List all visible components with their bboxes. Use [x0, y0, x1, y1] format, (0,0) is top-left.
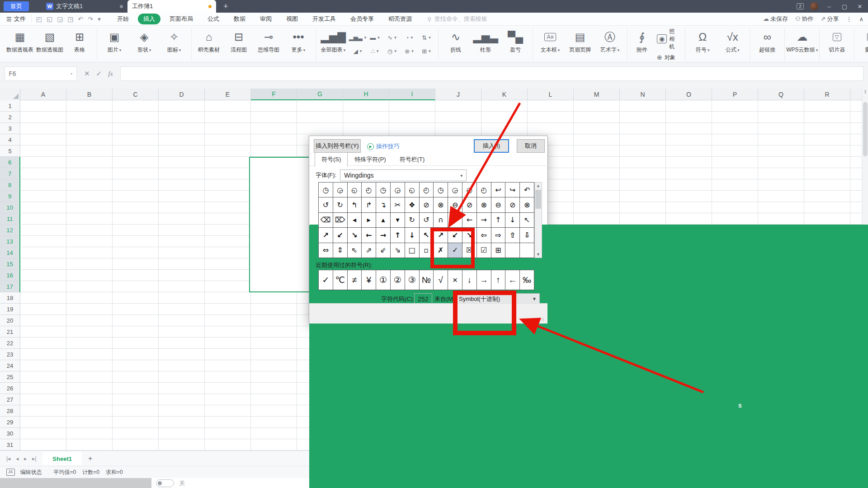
- column-header-A[interactable]: A: [20, 89, 66, 100]
- symbol-cell-r1c1[interactable]: ↻: [333, 197, 347, 212]
- document-tab-文字文稿1[interactable]: W文字文稿1: [42, 0, 127, 13]
- recent-symbol-13[interactable]: ←: [505, 270, 519, 290]
- row-header-23[interactable]: 23: [0, 349, 20, 360]
- symbol-cell-r4c9[interactable]: ✓: [448, 243, 462, 258]
- recent-symbol-7[interactable]: №: [420, 270, 434, 290]
- symbol-cell-r0c4[interactable]: ◷: [376, 183, 390, 197]
- row-header-10[interactable]: 10: [0, 202, 20, 213]
- column-header-L[interactable]: L: [528, 89, 574, 100]
- redo-icon[interactable]: ↷: [88, 15, 93, 23]
- sparkline-line-button[interactable]: ∿折线: [442, 28, 470, 61]
- mini-area-chart-icon[interactable]: ◢▾: [350, 46, 365, 56]
- pivot-chart-button[interactable]: ▧数据透视图: [36, 28, 64, 61]
- symbol-cell-r3c0[interactable]: ↗: [319, 228, 333, 242]
- menu-tab-插入[interactable]: 插入: [138, 14, 160, 24]
- symbol-cell-r2c6[interactable]: ↻: [405, 213, 419, 227]
- avatar[interactable]: [810, 2, 818, 10]
- maximize-button[interactable]: ▢: [840, 3, 849, 10]
- recent-symbol-11[interactable]: →: [477, 270, 491, 290]
- header-footer-button[interactable]: ▤页眉页脚: [566, 28, 594, 61]
- collaborate-button[interactable]: ⚇协作: [795, 15, 814, 23]
- symbol-cell-r3c12[interactable]: ⇨: [491, 228, 505, 242]
- symbol-cell-r3c2[interactable]: ↘: [348, 228, 362, 242]
- menu-tab-页面布局[interactable]: 页面布局: [164, 14, 198, 24]
- formula-confirm-icon[interactable]: ✓: [96, 70, 102, 78]
- menu-tab-开始[interactable]: 开始: [112, 14, 134, 24]
- symbol-cell-r3c13[interactable]: ⇧: [505, 228, 519, 242]
- picture-button[interactable]: ▣图片▾: [100, 28, 128, 61]
- attachment-button[interactable]: ∮附件: [631, 28, 653, 61]
- scroll-down-icon[interactable]: ▼: [535, 252, 542, 257]
- recent-symbol-2[interactable]: ≠: [348, 270, 362, 290]
- symbol-cell-r4c1[interactable]: ⇕: [333, 243, 347, 258]
- menu-tab-稻壳资源[interactable]: 稻壳资源: [383, 14, 417, 24]
- symbol-scroll-thumb[interactable]: [535, 190, 541, 209]
- symbol-cell-r0c8[interactable]: ◷: [434, 183, 448, 197]
- shapes-button[interactable]: ◈形状▾: [130, 28, 158, 61]
- column-header-C[interactable]: C: [113, 89, 159, 100]
- share-button[interactable]: ⇗分享: [821, 15, 839, 23]
- mini-radar-chart-icon[interactable]: ⊛▾: [401, 46, 417, 56]
- row-header-18[interactable]: 18: [0, 292, 20, 304]
- symbol-cell-r1c3[interactable]: ↱: [362, 197, 376, 212]
- command-search[interactable]: ⚲ 查找命令、搜索模板: [427, 15, 487, 23]
- sparkline-column-button[interactable]: ▂▅▃柱形: [472, 28, 500, 61]
- symbol-cell-r4c5[interactable]: ⇘: [391, 243, 405, 258]
- add-sheet-button[interactable]: +: [88, 455, 92, 463]
- name-box-caret-icon[interactable]: ▾: [71, 71, 73, 76]
- symbol-cell-r2c7[interactable]: ↺: [420, 213, 434, 227]
- symbol-cell-r2c5[interactable]: ▾: [391, 213, 405, 227]
- mini-line-chart-icon[interactable]: ∿▾: [384, 32, 400, 43]
- v-split-handle[interactable]: ‖: [863, 89, 868, 96]
- menu-tab-开发工具[interactable]: 开发工具: [307, 14, 341, 24]
- symbol-cell-r3c6[interactable]: ↓: [405, 228, 419, 242]
- row-header-6[interactable]: 6: [0, 157, 20, 168]
- recent-symbol-6[interactable]: ③: [405, 270, 419, 290]
- symbol-cell-r1c6[interactable]: ❖: [405, 197, 419, 212]
- symbol-cell-r1c13[interactable]: ⊘: [505, 197, 519, 212]
- symbol-cell-r3c5[interactable]: ↑: [391, 228, 405, 242]
- column-header-P[interactable]: P: [712, 89, 758, 100]
- column-header-G[interactable]: G: [297, 89, 343, 100]
- symbol-cell-r2c2[interactable]: ◂: [348, 213, 362, 227]
- row-header-26[interactable]: 26: [0, 383, 20, 394]
- symbol-cell-r1c14[interactable]: ⊗: [520, 197, 534, 212]
- export-icon[interactable]: ◱: [47, 15, 52, 23]
- insert-button[interactable]: 插入(I): [474, 139, 509, 153]
- dialog-resize-grip[interactable]: ⠿: [542, 318, 546, 322]
- hyperlink-button[interactable]: ∞超链接: [753, 28, 781, 61]
- symbol-cell-r1c0[interactable]: ↺: [319, 197, 333, 212]
- print-icon[interactable]: ◲: [57, 15, 63, 23]
- document-tab-工作簿1[interactable]: S工作簿1: [127, 0, 216, 13]
- unsaved-status[interactable]: ☁未保存: [763, 15, 788, 23]
- symbol-cell-r3c9[interactable]: ↙: [448, 228, 462, 242]
- symbol-cell-r2c4[interactable]: ▴: [376, 213, 390, 227]
- symbol-cell-r2c8[interactable]: ∩: [434, 213, 448, 227]
- symbol-cell-r0c5[interactable]: ◶: [391, 183, 405, 197]
- slicer-button[interactable]: ▽切片器: [823, 28, 851, 61]
- column-header-D[interactable]: D: [159, 89, 205, 100]
- symbol-cell-r1c8[interactable]: ⊗: [434, 197, 448, 212]
- symbol-cell-r3c11[interactable]: ⇦: [477, 228, 491, 242]
- mini-stock-chart-icon[interactable]: ⇅▾: [419, 32, 434, 43]
- symbol-cell-r3c1[interactable]: ↙: [333, 228, 347, 242]
- symbol-cell-r1c11[interactable]: ⊗: [477, 197, 491, 212]
- cancel-button[interactable]: 取消: [517, 139, 545, 153]
- toolbar-more-icon[interactable]: ▾: [98, 15, 101, 23]
- symbol-cell-r0c11[interactable]: ◴: [477, 183, 491, 197]
- symbol-cell-r4c11[interactable]: ☑: [477, 243, 491, 258]
- row-header-3[interactable]: 3: [0, 123, 20, 134]
- column-header-K[interactable]: K: [481, 89, 528, 100]
- row-header-4[interactable]: 4: [0, 134, 20, 145]
- menu-tab-数据[interactable]: 数据: [228, 14, 251, 24]
- symbol-cell-r1c12[interactable]: ⊖: [491, 197, 505, 212]
- tips-link[interactable]: ▶ 操作技巧: [367, 142, 400, 150]
- symbol-cell-r4c12[interactable]: ⊞: [491, 243, 505, 258]
- symbol-cell-r0c14[interactable]: ↶: [520, 183, 534, 197]
- fx-icon[interactable]: fx: [108, 70, 113, 78]
- macro-status-icon[interactable]: JS: [6, 469, 15, 476]
- symbol-cell-r0c9[interactable]: ◶: [448, 183, 462, 197]
- column-header-O[interactable]: O: [666, 89, 712, 100]
- close-button[interactable]: ✕: [855, 3, 864, 10]
- recent-symbol-8[interactable]: √: [434, 270, 448, 290]
